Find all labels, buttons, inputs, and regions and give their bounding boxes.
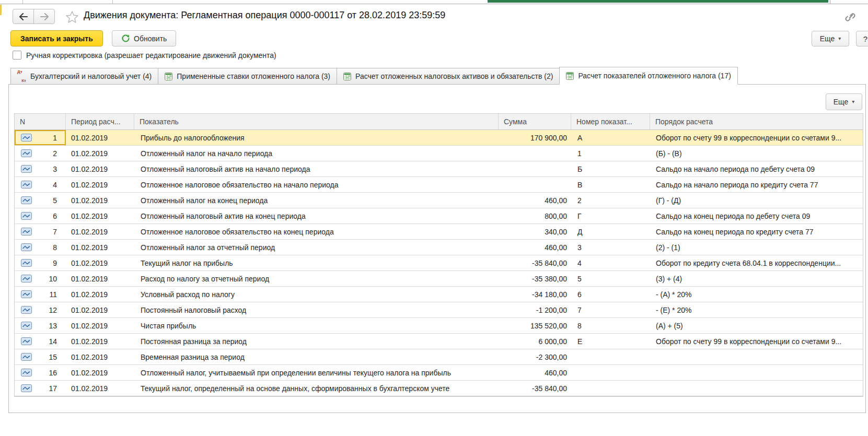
cell-order[interactable]	[650, 381, 863, 396]
cell-sum[interactable]: 800,00	[499, 208, 571, 223]
cell-number[interactable]: 1	[571, 146, 650, 161]
help-button[interactable]: ?	[856, 31, 868, 46]
cell-period[interactable]: 01.02.2019	[66, 177, 134, 192]
cell-period[interactable]: 01.02.2019	[66, 224, 134, 239]
cell-order[interactable]: (Г) - (Д)	[650, 193, 863, 208]
table-row[interactable]: 12 01.02.2019 Постоянный налоговый расхо…	[15, 302, 863, 318]
cell-indicator[interactable]: Отложенный налог, учитываемый при опреде…	[134, 365, 499, 380]
table-row[interactable]: 3 01.02.2019 Отложенный налоговый актив …	[15, 161, 863, 177]
cell-number[interactable]: 2	[571, 193, 650, 208]
cell-indicator[interactable]: Постоянная разница за период	[134, 334, 499, 349]
cell-sum[interactable]: -35 840,00	[499, 255, 571, 270]
cell-period[interactable]: 01.02.2019	[66, 193, 134, 208]
cell-sum[interactable]	[499, 161, 571, 176]
table-row[interactable]: 7 01.02.2019 Отложенное налоговое обязат…	[15, 224, 863, 240]
cell-period[interactable]: 01.02.2019	[66, 302, 134, 317]
cell-order[interactable]	[650, 349, 863, 364]
cell-sum[interactable]: -35 380,00	[499, 271, 571, 286]
cell-order[interactable]: - (А) * 20%	[650, 287, 863, 302]
cell-sum[interactable]: 460,00	[499, 193, 571, 208]
cell-number[interactable]: Е	[571, 334, 650, 349]
cell-n[interactable]: 2	[15, 146, 66, 161]
cell-indicator[interactable]: Отложенное налоговое обязательство на на…	[134, 177, 499, 192]
cell-indicator[interactable]: Условный расход по налогу	[134, 287, 499, 302]
column-header-period[interactable]: Период расч...	[66, 114, 134, 129]
cell-period[interactable]: 01.02.2019	[66, 240, 134, 255]
column-header-n[interactable]: N	[15, 114, 66, 129]
cell-indicator[interactable]: Текущий налог, определенный на основе да…	[134, 381, 499, 396]
cell-order[interactable]: (Б) - (В)	[650, 146, 863, 161]
cell-indicator[interactable]: Отложенный налог на конец периода	[134, 193, 499, 208]
cell-number[interactable]: 7	[571, 302, 650, 317]
more-button-top[interactable]: Еще ▾	[812, 31, 849, 46]
cell-order[interactable]: Сальдо на начало периода по дебету счета…	[650, 161, 863, 176]
cell-indicator[interactable]: Временная разница за период	[134, 349, 499, 364]
tab-2[interactable]: Примененные ставки отложенного налога (3…	[158, 68, 337, 85]
cell-order[interactable]: Сальдо на конец периода по дебету счета …	[650, 208, 863, 223]
cell-indicator[interactable]: Прибыль до налогообложения	[134, 130, 499, 145]
back-button[interactable]	[13, 9, 34, 24]
cell-sum[interactable]	[499, 146, 571, 161]
cell-sum[interactable]: 135 520,00	[499, 318, 571, 333]
cell-sum[interactable]: 170 900,00	[499, 130, 571, 145]
cell-period[interactable]: 01.02.2019	[66, 146, 134, 161]
table-row[interactable]: 14 01.02.2019 Постоянная разница за пери…	[15, 334, 863, 349]
cell-order[interactable]: (А) + (5)	[650, 318, 863, 333]
cell-n[interactable]: 16	[15, 365, 66, 380]
cell-number[interactable]	[571, 381, 650, 396]
save-close-button[interactable]: Записать и закрыть	[10, 30, 103, 46]
cell-n[interactable]: 15	[15, 349, 66, 364]
cell-number[interactable]: 6	[571, 287, 650, 302]
cell-sum[interactable]: -1 200,00	[499, 302, 571, 317]
cell-n[interactable]: 11	[15, 287, 66, 302]
cell-n[interactable]: 7	[15, 224, 66, 239]
cell-n[interactable]: 14	[15, 334, 66, 349]
tab-3[interactable]: Расчет отложенных налоговых активов и об…	[337, 68, 560, 85]
cell-number[interactable]	[571, 349, 650, 364]
cell-n[interactable]: 12	[15, 302, 66, 317]
cell-n[interactable]: 1	[15, 130, 66, 145]
table-row[interactable]: 15 01.02.2019 Временная разница за перио…	[15, 349, 863, 365]
cell-indicator[interactable]: Отложенный налоговый актив на начало пер…	[134, 161, 499, 176]
cell-indicator[interactable]: Текущий налог на прибыль	[134, 255, 499, 270]
manual-adjustment-label[interactable]: Ручная корректировка (разрешает редактир…	[26, 51, 276, 60]
tab-4-active[interactable]: Расчет показателей отложенного налога (1…	[559, 67, 737, 85]
cell-order[interactable]	[650, 365, 863, 380]
cell-period[interactable]: 01.02.2019	[66, 130, 134, 145]
table-row[interactable]: 11 01.02.2019 Условный расход по налогу …	[15, 287, 863, 302]
cell-period[interactable]: 01.02.2019	[66, 334, 134, 349]
table-row[interactable]: 4 01.02.2019 Отложенное налоговое обязат…	[15, 177, 863, 193]
cell-period[interactable]: 01.02.2019	[66, 318, 134, 333]
table-row[interactable]: 9 01.02.2019 Текущий налог на прибыль -3…	[15, 255, 863, 271]
cell-sum[interactable]: 460,00	[499, 240, 571, 255]
cell-n[interactable]: 8	[15, 240, 66, 255]
cell-period[interactable]: 01.02.2019	[66, 365, 134, 380]
cell-order[interactable]: Оборот по кредиту счета 68.04.1 в коррес…	[650, 255, 863, 270]
cell-sum[interactable]: 340,00	[499, 224, 571, 239]
table-row[interactable]: 16 01.02.2019 Отложенный налог, учитывае…	[15, 365, 863, 381]
column-header-order[interactable]: Порядок расчета	[650, 114, 863, 129]
cell-period[interactable]: 01.02.2019	[66, 161, 134, 176]
cell-n[interactable]: 5	[15, 193, 66, 208]
cell-order[interactable]: Оборот по счету 99 в корреспонденции со …	[650, 130, 863, 145]
cell-order[interactable]: - (Е) * 20%	[650, 302, 863, 317]
cell-n[interactable]: 3	[15, 161, 66, 176]
table-row[interactable]: 8 01.02.2019 Отложенный налог за отчетны…	[15, 240, 863, 255]
cell-indicator[interactable]: Отложенный налог за отчетный период	[134, 240, 499, 255]
cell-period[interactable]: 01.02.2019	[66, 208, 134, 223]
more-button-table[interactable]: Еще ▾	[826, 93, 862, 110]
table-row[interactable]: 2 01.02.2019 Отложенный налог на начало …	[15, 146, 863, 161]
column-header-sum[interactable]: Сумма	[499, 114, 571, 129]
cell-order[interactable]: (3) + (4)	[650, 271, 863, 286]
cell-period[interactable]: 01.02.2019	[66, 381, 134, 396]
table-row[interactable]: 10 01.02.2019 Расход по налогу за отчетн…	[15, 271, 863, 287]
cell-sum[interactable]: -34 180,00	[499, 287, 571, 302]
cell-number[interactable]: Б	[571, 161, 650, 176]
forward-button[interactable]	[33, 9, 55, 24]
cell-number[interactable]: Г	[571, 208, 650, 223]
cell-n[interactable]: 10	[15, 271, 66, 286]
cell-indicator[interactable]: Чистая прибыль	[134, 318, 499, 333]
cell-period[interactable]: 01.02.2019	[66, 255, 134, 270]
cell-n[interactable]: 17	[15, 381, 66, 396]
manual-adjustment-checkbox[interactable]	[13, 51, 21, 60]
